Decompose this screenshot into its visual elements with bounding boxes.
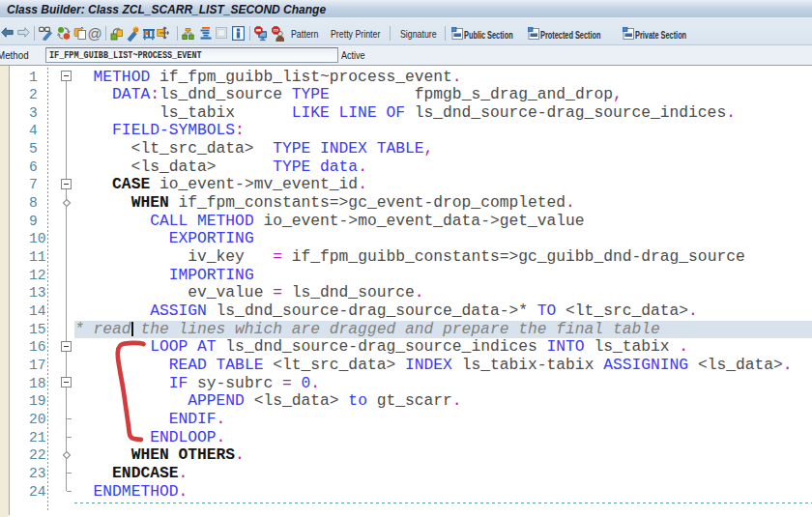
- svg-text:@: @: [88, 26, 102, 42]
